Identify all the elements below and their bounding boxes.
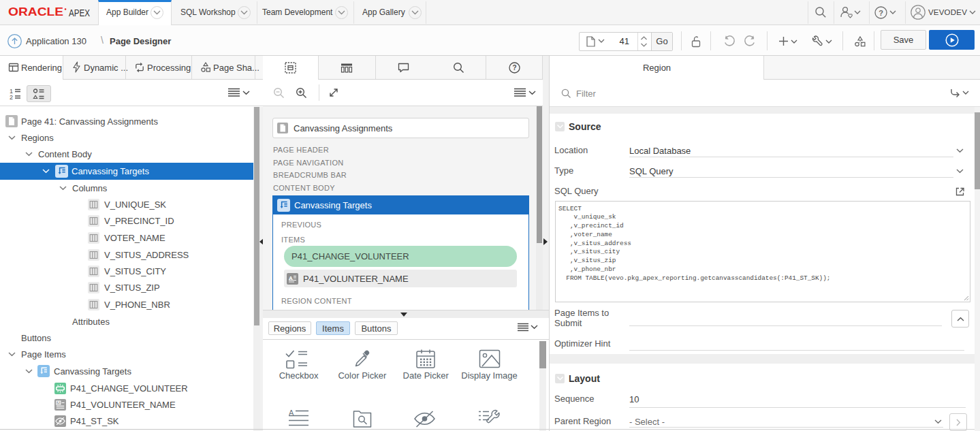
svg-text:APEX: APEX <box>69 7 90 18</box>
svg-text:?: ? <box>879 9 883 17</box>
svg-text:ORACLE: ORACLE <box>8 7 63 18</box>
svg-text:?: ? <box>512 64 516 71</box>
svg-text:A: A <box>57 400 60 404</box>
svg-text:1: 1 <box>10 88 13 95</box>
svg-text:2: 2 <box>10 94 13 100</box>
